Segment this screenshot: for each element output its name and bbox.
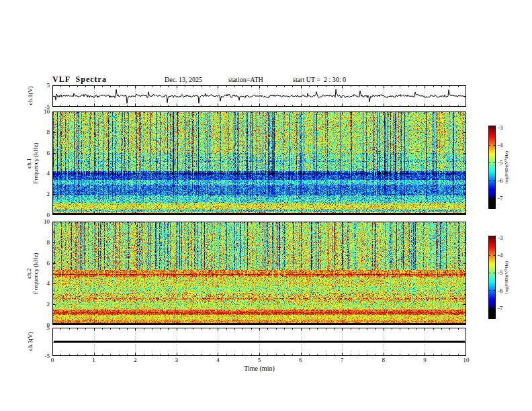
ch1-waveform-canvas — [52, 85, 466, 107]
ch3-voltage-tick-label: 5 — [36, 324, 50, 331]
ch3-waveform-canvas — [52, 328, 466, 356]
plot-date: Dec. 13, 2025 — [165, 76, 202, 83]
x-tick-label: 1 — [86, 357, 102, 363]
colorbar-1-tick-label: -5 — [498, 159, 510, 166]
spec1-y-tick-label: 4 — [36, 170, 50, 177]
spec1-y-tick-label: 8 — [36, 129, 50, 136]
colorbar-1-tick-label: -4 — [498, 142, 510, 148]
colorbar-2-tick-label: -4 — [498, 252, 510, 259]
colorbar-1-tick-label: -6 — [498, 177, 510, 184]
x-tick-label: 5 — [251, 357, 267, 363]
spec1-y-tick-label: 2 — [36, 191, 50, 197]
colorbar-1-tick-label: -3 — [498, 124, 510, 131]
x-tick-label: 4 — [210, 357, 226, 363]
ch1-voltage-tick-label: 5 — [36, 82, 50, 89]
x-tick-label: 6 — [293, 357, 309, 363]
x-tick-label: 3 — [169, 357, 185, 363]
time-axis-label: Time (min) — [52, 365, 466, 372]
x-tick-label: 10 — [458, 357, 474, 363]
colorbar-2-tick-label: -6 — [498, 287, 510, 294]
ch1-voltage-tick-label: -5 — [36, 103, 50, 110]
ch1-spectrogram-canvas — [52, 111, 466, 215]
colorbar-1-tick-label: -7 — [498, 195, 510, 201]
spec1-channel-label: ch.1 — [26, 123, 32, 203]
x-tick-label: 9 — [416, 357, 433, 363]
station-label: station=ATH — [228, 76, 263, 83]
spec1-y-tick-label: 6 — [36, 150, 50, 156]
x-tick-label: 7 — [334, 357, 350, 363]
colorbar-2 — [488, 236, 496, 319]
plot-title: VLF Spectra — [52, 75, 107, 85]
spec1-y-tick-label: 0 — [36, 212, 50, 218]
spec2-y-tick-label: 4 — [36, 280, 50, 287]
spec2-y-tick-label: 10 — [36, 218, 50, 225]
ch3-voltage-tick-label: -5 — [36, 353, 50, 359]
colorbar-2-tick-label: -3 — [498, 234, 510, 241]
spec2-y-tick-label: 2 — [36, 301, 50, 308]
colorbar-1 — [488, 126, 496, 209]
spec2-channel-label: ch.2 — [26, 233, 32, 314]
spec2-y-tick-label: 8 — [36, 239, 50, 246]
spec2-y-tick-label: 6 — [36, 260, 50, 267]
start-ut-label: start UT = 2 : 30: 0 — [293, 76, 346, 83]
vlf-spectra-figure: VLF Spectra Dec. 13, 2025 station=ATH st… — [0, 0, 532, 411]
ch3-voltage-axis-label: ch.3(V) — [27, 321, 34, 361]
x-tick-label: 8 — [375, 357, 392, 363]
ch1-voltage-axis-label: ch.1(V) — [27, 75, 34, 116]
colorbar-2-tick-label: -7 — [498, 305, 510, 312]
ch2-spectrogram-canvas — [52, 222, 466, 325]
x-tick-label: 2 — [127, 357, 143, 363]
colorbar-2-tick-label: -5 — [498, 269, 510, 276]
